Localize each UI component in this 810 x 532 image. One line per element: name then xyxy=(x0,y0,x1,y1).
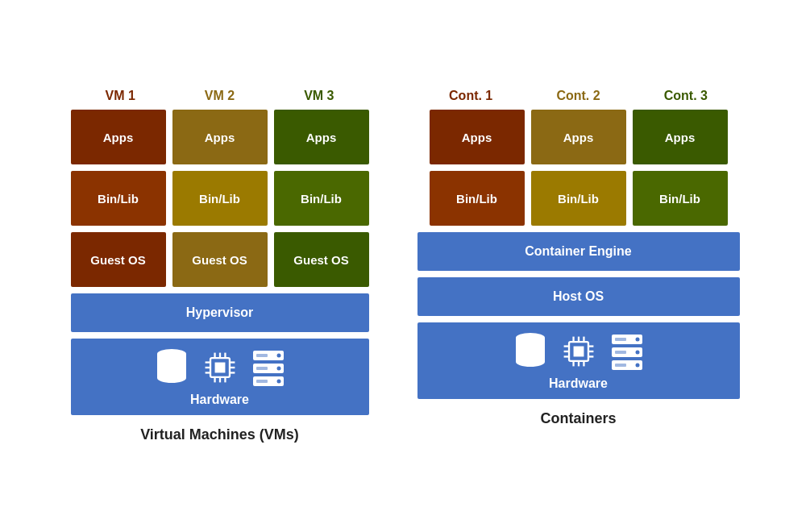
c1-binlib-cell: Bin/Lib xyxy=(430,171,525,226)
svg-point-18 xyxy=(276,353,280,357)
vm3-binlib-cell: Bin/Lib xyxy=(274,171,369,226)
c2-col: Apps Bin/Lib xyxy=(531,110,626,226)
cpu-icon xyxy=(201,347,239,388)
cont-hardware-layer: Hardware xyxy=(417,322,740,399)
svg-point-43 xyxy=(635,350,639,354)
svg-rect-47 xyxy=(615,364,626,367)
c1-apps-cell: Apps xyxy=(430,110,525,164)
cont-diagram-title: Containers xyxy=(540,410,616,427)
vm-grid: Apps Bin/Lib Guest OS Apps Bin/Lib Guest… xyxy=(71,110,369,287)
vm1-header: VM 1 xyxy=(74,89,167,103)
vm2-col: Apps Bin/Lib Guest OS xyxy=(172,110,268,287)
c3-binlib-cell: Bin/Lib xyxy=(633,171,728,226)
cont-diagram: Cont. 1 Cont. 2 Cont. 3 Apps Bin/Lib App… xyxy=(417,89,740,427)
host-os-layer: Host OS xyxy=(417,277,740,316)
c3-apps-cell: Apps xyxy=(633,110,728,164)
hypervisor-layer: Hypervisor xyxy=(71,293,369,332)
svg-point-42 xyxy=(635,337,639,341)
c3-header: Cont. 3 xyxy=(638,89,733,103)
svg-rect-45 xyxy=(615,338,626,341)
vm1-guestos-cell: Guest OS xyxy=(71,232,166,287)
cont-server-icon xyxy=(609,331,646,372)
svg-rect-46 xyxy=(615,351,626,354)
vm-diagram-title: Virtual Machines (VMs) xyxy=(140,426,299,443)
vm2-apps-cell: Apps xyxy=(172,110,268,164)
c2-binlib-cell: Bin/Lib xyxy=(531,171,626,226)
vm2-guestos-cell: Guest OS xyxy=(172,232,268,287)
vm1-col: Apps Bin/Lib Guest OS xyxy=(71,110,166,287)
vm-headers: VM 1 VM 2 VM 3 xyxy=(71,89,369,103)
c3-col: Apps Bin/Lib xyxy=(633,110,728,226)
svg-point-44 xyxy=(635,363,639,367)
c2-header: Cont. 2 xyxy=(530,89,625,103)
svg-point-19 xyxy=(276,366,280,370)
vm3-col: Apps Bin/Lib Guest OS xyxy=(274,110,369,287)
server-icon xyxy=(250,347,287,388)
cont-hardware-icons xyxy=(512,331,646,372)
vm3-apps-cell: Apps xyxy=(274,110,369,164)
database-icon xyxy=(153,347,190,388)
vm3-header: VM 3 xyxy=(272,89,365,103)
svg-rect-22 xyxy=(256,367,268,370)
main-container: VM 1 VM 2 VM 3 Apps Bin/Lib Guest OS App… xyxy=(47,81,764,451)
vm-hardware-label: Hardware xyxy=(190,393,249,407)
svg-rect-26 xyxy=(573,346,584,356)
cont-hardware-label: Hardware xyxy=(549,376,608,391)
svg-rect-23 xyxy=(256,380,268,383)
vm-diagram: VM 1 VM 2 VM 3 Apps Bin/Lib Guest OS App… xyxy=(71,89,369,443)
vm-hardware-layer: Hardware xyxy=(71,339,369,415)
vm1-binlib-cell: Bin/Lib xyxy=(71,171,166,226)
svg-rect-21 xyxy=(256,354,268,357)
container-engine-layer: Container Engine xyxy=(417,232,740,271)
vm2-header: VM 2 xyxy=(173,89,266,103)
svg-rect-2 xyxy=(214,362,225,372)
cont-cpu-icon xyxy=(560,331,597,372)
vm1-apps-cell: Apps xyxy=(71,110,166,164)
svg-point-20 xyxy=(276,379,280,383)
c1-header: Cont. 1 xyxy=(423,89,518,103)
vm2-binlib-cell: Bin/Lib xyxy=(172,171,268,226)
cont-grid: Apps Bin/Lib Apps Bin/Lib Apps Bin/Lib xyxy=(430,110,728,226)
c1-col: Apps Bin/Lib xyxy=(430,110,525,226)
vm-hardware-icons xyxy=(153,347,287,388)
cont-headers: Cont. 1 Cont. 2 Cont. 3 xyxy=(417,89,740,103)
c2-apps-cell: Apps xyxy=(531,110,626,164)
vm3-guestos-cell: Guest OS xyxy=(274,232,369,287)
cont-database-icon xyxy=(512,331,549,372)
